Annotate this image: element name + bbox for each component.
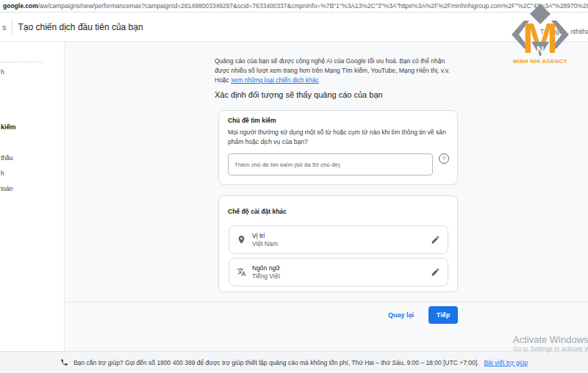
search-themes-description: Mọi người thường sử dụng một số từ hoặc … <box>228 128 450 147</box>
other-campaign-types-link[interactable]: xem những loại chiến dịch khác <box>231 76 319 84</box>
account-fragment-1: T <box>540 28 544 35</box>
intro-paragraph: Quảng cáo của bạn sẽ được công nghệ AI c… <box>215 57 454 85</box>
location-setting-row[interactable]: Vị trí Việt Nam <box>229 225 448 254</box>
sidebar-item-fragment-4[interactable]: h <box>1 170 4 177</box>
help-bar: Bạn cần trợ giúp? Gọi đến số 1800 400 38… <box>0 351 588 373</box>
account-fragment-3: nthitha <box>570 28 588 35</box>
translate-icon <box>237 267 246 277</box>
section-heading: Xác định đối tượng sẽ thấy quảng cáo của… <box>215 90 383 99</box>
search-themes-card: Chủ đề tìm kiếm Mọi người thường sử dụng… <box>218 110 458 185</box>
other-settings-title: Chế độ cài đặt khác <box>228 208 287 215</box>
page-title: Tạo chiến dịch đầu tiên của bạn <box>18 22 143 32</box>
account-name-fragment: T ngu nthitha <box>540 28 588 35</box>
account-fragment-2: ngu <box>552 28 562 35</box>
url-host: google.com <box>3 2 38 10</box>
language-setting-row[interactable]: Ngôn ngữ Tiếng Việt <box>229 258 448 286</box>
help-icon[interactable]: ? <box>439 153 449 164</box>
edit-location-icon[interactable] <box>431 235 440 245</box>
google-ads-campaign-wizard: { "browser": { "url_host": "google.com",… <box>0 0 588 373</box>
location-setting-text: Vị trí Việt Nam <box>252 232 425 248</box>
next-button[interactable]: Tiếp <box>429 306 458 324</box>
language-label: Ngôn ngữ <box>252 264 425 272</box>
wizard-button-row: Quay lại Tiếp <box>384 306 458 324</box>
button-bar-divider <box>65 302 588 303</box>
url-path: /aw/campaigns/new/performancemax?campaig… <box>38 2 588 10</box>
phone-icon <box>60 358 68 366</box>
header-left-fragment: s <box>2 23 7 32</box>
help-articles-link[interactable]: Bài viết trợ giúp <box>484 359 527 366</box>
sidebar-item-fragment-3[interactable]: thầu <box>1 154 13 162</box>
location-label: Vị trí <box>252 232 425 240</box>
other-settings-card: Chế độ cài đặt khác Vị trí Việt Nam Ngôn… <box>218 195 458 292</box>
location-value: Việt Nam <box>252 240 425 248</box>
help-bar-text: Bạn cần trợ giúp? Gọi đến số 1800 400 38… <box>74 359 478 366</box>
app-header: s Tạo chiến dịch đầu tiên của bạn <box>0 12 588 42</box>
header-divider <box>12 19 12 35</box>
browser-address-bar[interactable]: google.com/aw/campaigns/new/performancem… <box>0 0 588 12</box>
search-themes-input[interactable] <box>228 153 433 175</box>
wizard-content-panel: Quảng cáo của bạn sẽ được công nghệ AI c… <box>65 42 588 351</box>
language-value: Tiếng Việt <box>252 272 425 280</box>
sidebar-item-fragment-5[interactable]: toán <box>1 185 13 192</box>
sidebar-item-fragment-current[interactable]: kiếm <box>1 123 16 131</box>
language-setting-text: Ngôn ngữ Tiếng Việt <box>252 264 425 280</box>
sidebar-dotted-divider <box>0 62 43 62</box>
wizard-step-sidebar: h kiếm thầu h toán <box>0 42 65 351</box>
sidebar-item-fragment-1[interactable]: h <box>1 68 4 76</box>
map-pin-icon <box>237 235 246 245</box>
back-button[interactable]: Quay lại <box>384 311 418 319</box>
search-themes-title: Chủ đề tìm kiếm <box>228 117 276 124</box>
edit-language-icon[interactable] <box>431 267 440 277</box>
